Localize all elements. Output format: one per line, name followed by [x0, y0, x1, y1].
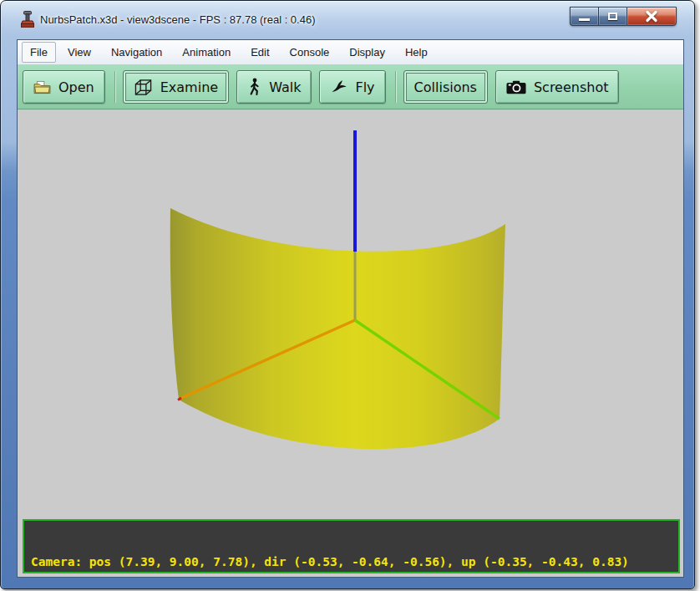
maximize-button[interactable]	[598, 7, 626, 26]
menu-file[interactable]: File	[22, 42, 56, 63]
menubar: File View Navigation Animation Edit Cons…	[18, 40, 683, 65]
camera-icon	[506, 80, 526, 94]
cube-wireframe-icon	[134, 79, 153, 96]
app-icon	[20, 11, 35, 28]
screenshot-button[interactable]: Screenshot	[495, 70, 620, 104]
menu-navigation[interactable]: Navigation	[103, 42, 170, 63]
scene-canvas	[18, 110, 683, 577]
collisions-button[interactable]: Collisions	[403, 70, 488, 104]
folder-open-icon	[33, 80, 51, 94]
window-title: NurbsPatch.x3d - view3dscene - FPS : 87.…	[40, 13, 316, 26]
menu-animation[interactable]: Animation	[174, 42, 239, 63]
close-button[interactable]	[626, 7, 677, 26]
caption-buttons	[570, 7, 677, 26]
walk-label: Walk	[269, 79, 301, 95]
open-button[interactable]: Open	[23, 70, 105, 104]
menu-console[interactable]: Console	[282, 42, 338, 63]
open-label: Open	[58, 79, 94, 95]
walking-person-icon	[247, 78, 261, 96]
bird-icon	[330, 79, 347, 95]
menu-display[interactable]: Display	[341, 42, 393, 63]
viewport-3d[interactable]: Camera: pos (7.39, 9.00, 7.78), dir (-0.…	[18, 110, 683, 577]
examine-button[interactable]: Examine	[123, 70, 229, 104]
examine-label: Examine	[160, 79, 218, 95]
toolbar-separator	[395, 71, 397, 103]
menu-view[interactable]: View	[59, 42, 99, 63]
client-area: File View Navigation Animation Edit Cons…	[17, 39, 684, 578]
walk-button[interactable]: Walk	[236, 70, 312, 104]
close-icon	[642, 10, 661, 23]
status-panel: Camera: pos (7.39, 9.00, 7.78), dir (-0.…	[23, 519, 680, 573]
minimize-icon	[579, 18, 590, 21]
menu-help[interactable]: Help	[397, 42, 436, 63]
axis-x-tip	[178, 398, 181, 400]
fly-button[interactable]: Fly	[319, 70, 385, 104]
toolbar: Open Examine	[18, 65, 683, 110]
collisions-label: Collisions	[414, 79, 477, 95]
fly-label: Fly	[355, 79, 374, 95]
status-camera-line: Camera: pos (7.39, 9.00, 7.78), dir (-0.…	[31, 554, 672, 569]
screenshot-label: Screenshot	[534, 79, 609, 95]
minimize-button[interactable]	[570, 7, 598, 26]
maximize-icon	[608, 13, 617, 20]
menu-edit[interactable]: Edit	[242, 42, 277, 63]
titlebar[interactable]: NurbsPatch.x3d - view3dscene - FPS : 87.…	[1, 1, 694, 39]
toolbar-separator	[114, 71, 116, 103]
app-window: NurbsPatch.x3d - view3dscene - FPS : 87.…	[0, 0, 695, 589]
